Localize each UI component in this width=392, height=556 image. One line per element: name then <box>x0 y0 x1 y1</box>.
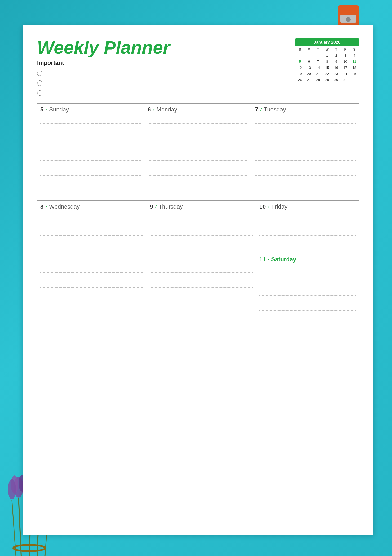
cal-date: 22 <box>323 71 332 77</box>
day-writing-line <box>148 131 248 138</box>
day-writing-line <box>259 288 356 296</box>
day-writing-line <box>255 176 356 183</box>
day-writing-line <box>40 116 141 124</box>
cal-date: 9 <box>332 59 341 65</box>
day-writing-line <box>255 116 356 124</box>
day-writing-line <box>150 258 252 265</box>
friday-slash: / <box>268 204 269 210</box>
planner-header: Weekly Planner Important January 2 <box>37 38 359 98</box>
tuesday-num: 7 <box>255 106 258 113</box>
cal-date: 23 <box>332 71 341 77</box>
day-writing-line <box>255 161 356 168</box>
day-writing-line <box>259 228 356 236</box>
wednesday-lines <box>40 213 143 302</box>
day-writing-line <box>259 213 356 221</box>
day-friday: 10 / Friday <box>256 201 359 253</box>
friday-lines <box>259 213 356 250</box>
day-writing-line <box>150 236 252 243</box>
checkbox-3[interactable] <box>37 90 42 96</box>
monday-num: 6 <box>148 106 151 113</box>
cal-date: 21 <box>314 71 323 77</box>
checkbox-2[interactable] <box>37 80 42 86</box>
tuesday-lines <box>255 116 356 198</box>
saturday-slash: / <box>268 257 269 262</box>
day-writing-line <box>259 266 356 273</box>
day-writing-line <box>40 250 143 258</box>
day-writing-line <box>40 190 141 198</box>
cal-date: 11 <box>350 59 359 65</box>
cal-date: 4 <box>350 52 359 59</box>
thursday-lines <box>150 213 252 302</box>
cal-day-t2: T <box>332 46 341 52</box>
day-writing-line <box>40 265 143 273</box>
wednesday-name: Wednesday <box>49 203 80 210</box>
important-item-3 <box>37 88 287 98</box>
tuesday-slash: / <box>260 107 262 113</box>
cal-date: 25 <box>350 71 359 77</box>
day-writing-line <box>40 131 141 138</box>
cal-date: 14 <box>314 65 323 71</box>
cal-date: 17 <box>341 65 350 71</box>
day-monday: 6 / Monday <box>144 104 252 200</box>
cal-date: 18 <box>350 65 359 71</box>
calendar-header: January 2020 <box>295 38 359 46</box>
day-writing-line <box>150 221 252 228</box>
sunday-slash: / <box>46 107 47 113</box>
friday-num: 10 <box>259 203 266 210</box>
week-row-1: 5 / Sunday 6 / Monday 7 / Tuesday <box>37 103 359 200</box>
wednesday-header: 8 / Wednesday <box>40 203 143 210</box>
saturday-num: 11 <box>259 256 266 263</box>
cal-date: 5 <box>295 59 304 65</box>
planner-title: Weekly Planner <box>37 38 287 56</box>
cal-date: 1 <box>323 52 332 59</box>
svg-point-15 <box>8 479 16 499</box>
day-writing-line <box>40 124 141 131</box>
day-writing-line <box>40 258 143 265</box>
day-wednesday: 8 / Wednesday <box>37 201 146 313</box>
day-writing-line <box>148 190 248 198</box>
thursday-header: 9 / Thursday <box>150 203 252 210</box>
day-writing-line <box>40 243 143 250</box>
day-writing-line <box>259 273 356 281</box>
cal-date: 8 <box>323 59 332 65</box>
day-writing-line <box>150 265 252 273</box>
cal-date: 2 <box>332 52 341 59</box>
cal-day-w: W <box>323 46 332 52</box>
cal-date: 28 <box>314 77 323 83</box>
checkbox-1[interactable] <box>37 71 42 76</box>
day-writing-line <box>148 116 248 124</box>
cal-date: 7 <box>314 59 323 65</box>
day-writing-line <box>148 124 248 131</box>
day-writing-line <box>40 221 143 228</box>
saturday-name: Saturday <box>271 256 296 263</box>
cal-date: 3 <box>341 52 350 59</box>
cal-day-m: M <box>304 46 313 52</box>
sunday-header: 5 / Sunday <box>40 106 141 113</box>
day-writing-line <box>255 146 356 153</box>
cal-date: 13 <box>304 65 313 71</box>
day-writing-line <box>40 236 143 243</box>
wednesday-slash: / <box>46 204 47 210</box>
cal-date: 20 <box>304 71 313 77</box>
day-writing-line <box>40 213 143 221</box>
day-writing-line <box>40 138 141 146</box>
day-saturday: 11 / Saturday <box>256 253 359 313</box>
monday-slash: / <box>153 107 154 113</box>
cal-date: 26 <box>295 77 304 83</box>
calendar-grid: S M T W T F S 12345678910111213141516171… <box>295 46 359 83</box>
day-writing-line <box>150 295 252 302</box>
monday-header: 6 / Monday <box>148 106 248 113</box>
tuesday-header: 7 / Tuesday <box>255 106 356 113</box>
wednesday-num: 8 <box>40 203 43 210</box>
cal-date: 31 <box>341 77 350 83</box>
day-writing-line <box>40 295 143 302</box>
calendar: January 2020 S M T W T F S 1234567891011… <box>295 38 359 83</box>
day-writing-line <box>40 183 141 190</box>
day-tuesday: 7 / Tuesday <box>252 104 359 200</box>
day-writing-line <box>259 296 356 303</box>
day-writing-line <box>148 176 248 183</box>
important-label: Important <box>37 60 287 66</box>
day-writing-line <box>150 243 252 250</box>
cal-day-s2: S <box>350 46 359 52</box>
cal-day-s1: S <box>295 46 304 52</box>
